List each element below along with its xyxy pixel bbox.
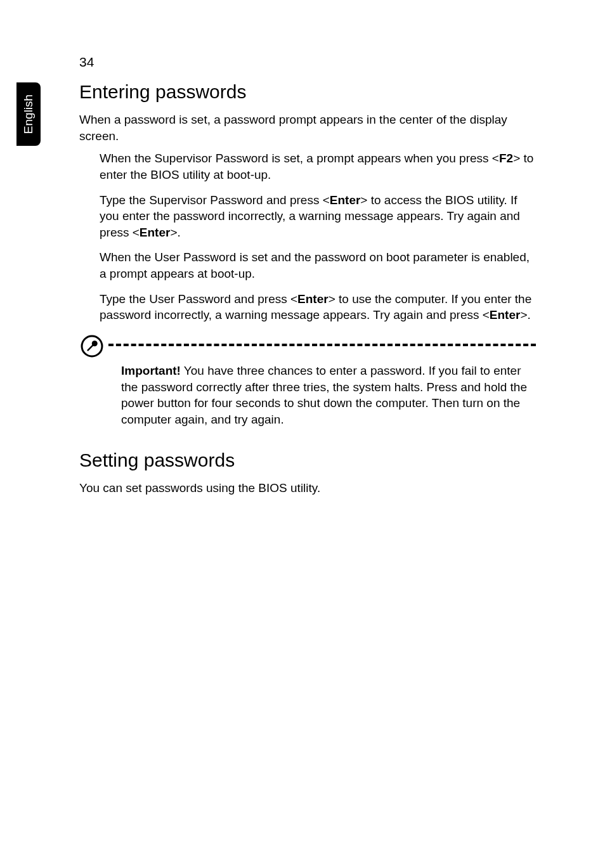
list-item: When the User Password is set and the pa… xyxy=(100,249,536,282)
list-item: When the Supervisor Password is set, a p… xyxy=(100,150,536,183)
note-separator-row xyxy=(79,332,536,359)
note-block: Important! You have three chances to ent… xyxy=(79,363,536,428)
list-item: Type the User Password and press <Enter>… xyxy=(100,291,536,323)
page-content: Entering passwords When a password is se… xyxy=(79,81,536,502)
heading-setting-passwords: Setting passwords xyxy=(79,450,536,471)
heading-entering-passwords: Entering passwords xyxy=(79,81,536,103)
language-side-tab: English xyxy=(16,82,41,146)
note-lead: Important! xyxy=(121,364,181,377)
page-number: 34 xyxy=(79,55,94,70)
dashed-divider xyxy=(108,344,536,346)
text-run: >. xyxy=(170,226,180,239)
list-item: Type the Supervisor Password and press <… xyxy=(100,192,536,241)
text-run: >. xyxy=(520,308,530,321)
list-block: When the Supervisor Password is set, a p… xyxy=(79,150,536,323)
key-label: Enter xyxy=(490,308,521,321)
key-label: Enter xyxy=(140,226,171,239)
document-page: English 34 Entering passwords When a pas… xyxy=(0,0,605,868)
key-label: Enter xyxy=(330,193,361,207)
language-label: English xyxy=(22,94,36,134)
note-paragraph: Important! You have three chances to ent… xyxy=(121,363,531,428)
intro-paragraph: When a password is set, a password promp… xyxy=(79,112,536,144)
body-paragraph: You can set passwords using the BIOS uti… xyxy=(79,480,536,496)
note-body: You have three chances to enter a passwo… xyxy=(121,364,527,426)
text-run: When the Supervisor Password is set, a p… xyxy=(100,152,499,165)
text-run: When the User Password is set and the pa… xyxy=(100,250,530,280)
text-run: Type the User Password and press < xyxy=(100,292,297,306)
pin-icon xyxy=(79,332,105,359)
key-label: Enter xyxy=(297,292,329,306)
text-run: Type the Supervisor Password and press < xyxy=(100,193,330,207)
key-label: F2 xyxy=(499,152,513,165)
svg-rect-2 xyxy=(87,344,94,351)
